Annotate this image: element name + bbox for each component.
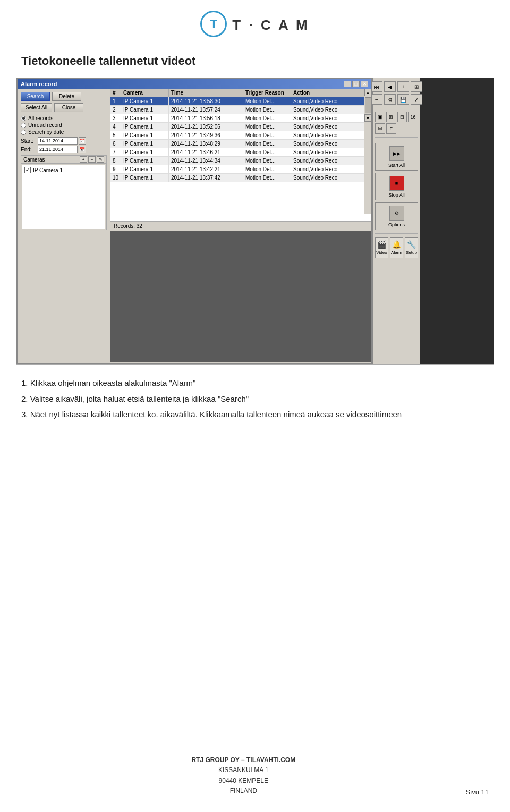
- cam-edit-button[interactable]: ✎: [97, 156, 104, 163]
- cam-minus-button[interactable]: −: [88, 156, 96, 163]
- setup-button[interactable]: 🔧 Setup: [405, 237, 418, 258]
- layout-m-button[interactable]: M: [375, 123, 385, 134]
- cell-action: Sound,Video Reco: [291, 97, 344, 105]
- prev-button[interactable]: ◀: [384, 81, 396, 92]
- cell-camera: IP Camera 1: [121, 123, 169, 131]
- start-date-row: Start: 📅: [21, 137, 107, 145]
- table-row[interactable]: 6 IP Camera 1 2014-11-21 13:48:29 Motion…: [110, 140, 364, 148]
- close-button[interactable]: ✕: [361, 81, 368, 87]
- layout-f-button[interactable]: F: [386, 123, 396, 134]
- title-bar-buttons: _ □ ✕: [344, 81, 368, 87]
- cameras-section: Cameras + − ✎ ✓ IP Camera 1: [21, 155, 107, 230]
- table-row[interactable]: 3 IP Camera 1 2014-11-21 13:56:18 Motion…: [110, 114, 364, 123]
- scroll-up-arrow[interactable]: ▲: [364, 89, 372, 96]
- logo-text: T · C A M: [232, 17, 309, 33]
- cell-action: Sound,Video Reco: [291, 106, 344, 114]
- camera-checkbox[interactable]: ✓: [24, 167, 31, 173]
- end-calendar-icon[interactable]: 📅: [79, 146, 86, 153]
- cell-num: 10: [110, 174, 121, 182]
- search-button[interactable]: Search: [21, 92, 50, 101]
- bottom-action-buttons: ▶▶ Start All ■ Stop All ⚙ Options: [375, 143, 418, 230]
- cell-trigger: Motion Det...: [243, 148, 291, 156]
- table-row[interactable]: 4 IP Camera 1 2014-11-21 13:52:06 Motion…: [110, 123, 364, 131]
- second-button-row: Select All Close: [21, 103, 107, 112]
- nav-controls: ⏮ ◀ + ⊞: [371, 81, 422, 92]
- start-all-button[interactable]: ▶▶ Start All: [375, 143, 418, 171]
- footer: RTJ GROUP OY – TILAVAHTI.COM KISSANKULMA…: [0, 755, 510, 796]
- cell-num: 6: [110, 140, 121, 148]
- stop-all-button[interactable]: ■ Stop All: [375, 173, 418, 200]
- scroll-thumb[interactable]: [365, 97, 371, 113]
- cell-action: Sound,Video Reco: [291, 148, 344, 156]
- table-row[interactable]: 7 IP Camera 1 2014-11-21 13:46:21 Motion…: [110, 148, 364, 157]
- radio-group: All records Unread record Search by date: [21, 115, 107, 135]
- start-date-input[interactable]: [38, 137, 78, 145]
- vertical-scrollbar[interactable]: ▲ ▼: [364, 89, 371, 214]
- cell-time: 2014-11-21 13:57:24: [169, 106, 243, 114]
- cell-action: Sound,Video Reco: [291, 174, 344, 182]
- footer-address2: 90440 KEMPELE: [191, 776, 295, 786]
- layout-1x1-button[interactable]: ▣: [375, 112, 385, 122]
- scroll-down-arrow[interactable]: ▼: [364, 114, 372, 122]
- close-window-button[interactable]: Close: [54, 103, 83, 112]
- preview-area: [110, 231, 371, 362]
- instructions: 1. Klikkaa ohjelman oikeasta alakulmasta…: [21, 376, 489, 421]
- right-controls: ⏮ ◀ + ⊞ − ⚙ 💾 ⤢ ▣ ⊞ ⊟ 16 M F ▶▶ Start Al…: [372, 78, 420, 364]
- end-date-input[interactable]: [38, 146, 78, 153]
- delete-button[interactable]: Delete: [52, 92, 81, 101]
- setup-label: Setup: [406, 250, 417, 255]
- stop-all-label: Stop All: [388, 192, 405, 198]
- radio-search-by-date[interactable]: Search by date: [21, 129, 107, 135]
- maximize-button[interactable]: □: [352, 81, 360, 87]
- top-button-row: Search Delete: [21, 92, 107, 101]
- cell-camera: IP Camera 1: [121, 148, 169, 156]
- save-button[interactable]: 💾: [397, 94, 409, 105]
- camera-name: IP Camera 1: [33, 167, 63, 173]
- table-row[interactable]: 8 IP Camera 1 2014-11-21 13:44:34 Motion…: [110, 157, 364, 165]
- cell-time: 2014-11-21 13:49:36: [169, 131, 243, 139]
- settings-button[interactable]: ⚙: [384, 94, 396, 105]
- select-all-button[interactable]: Select All: [21, 103, 52, 112]
- camera-item[interactable]: ✓ IP Camera 1: [24, 167, 103, 173]
- col-camera: Camera: [121, 89, 169, 97]
- cell-camera: IP Camera 1: [121, 106, 169, 114]
- stop-all-icon: ■: [389, 176, 404, 191]
- table-row[interactable]: 10 IP Camera 1 2014-11-21 13:37:42 Motio…: [110, 174, 364, 182]
- add-button[interactable]: +: [397, 81, 409, 92]
- layout-16-button[interactable]: 16: [408, 112, 418, 122]
- start-all-icon: ▶▶: [389, 146, 404, 161]
- cell-time: 2014-11-21 13:48:29: [169, 140, 243, 148]
- footer-company: RTJ GROUP OY – TILAVAHTI.COM: [191, 755, 295, 765]
- alarm-title-bar: Alarm record _ □ ✕: [18, 79, 371, 89]
- cell-trigger: Motion Det...: [243, 106, 291, 114]
- start-calendar-icon[interactable]: 📅: [79, 137, 86, 145]
- video-button[interactable]: 🎬 Video: [375, 237, 388, 258]
- radio-all-records-circle: [21, 116, 26, 121]
- logo-letter: T: [210, 17, 217, 31]
- skip-back-button[interactable]: ⏮: [371, 81, 382, 92]
- radio-search-by-date-circle: [21, 130, 26, 135]
- cell-camera: IP Camera 1: [121, 114, 169, 122]
- table-row[interactable]: 2 IP Camera 1 2014-11-21 13:57:24 Motion…: [110, 106, 364, 114]
- alarm-nav-button[interactable]: 🔔 Alarm: [390, 237, 403, 258]
- radio-unread-record[interactable]: Unread record: [21, 122, 107, 128]
- cam-plus-button[interactable]: +: [80, 156, 87, 163]
- table-row[interactable]: 1 IP Camera 1 2014-11-21 13:58:30 Motion…: [110, 97, 364, 106]
- end-label: End:: [21, 147, 37, 153]
- start-label: Start:: [21, 138, 37, 144]
- layout-2x2-button[interactable]: ⊞: [386, 112, 396, 122]
- fullscreen-button[interactable]: ⤢: [411, 94, 422, 105]
- alarm-label: Alarm: [391, 250, 402, 255]
- radio-all-records[interactable]: All records: [21, 115, 107, 121]
- table-row[interactable]: 9 IP Camera 1 2014-11-21 13:42:21 Motion…: [110, 165, 364, 174]
- table-row[interactable]: 5 IP Camera 1 2014-11-21 13:49:36 Motion…: [110, 131, 364, 140]
- cell-trigger: Motion Det...: [243, 140, 291, 148]
- options-button[interactable]: ⚙ Options: [375, 202, 418, 230]
- options-label: Options: [388, 222, 405, 227]
- split-button[interactable]: ⊞: [411, 81, 422, 92]
- minus-button[interactable]: −: [371, 94, 382, 105]
- layout-3x3-button[interactable]: ⊟: [397, 112, 407, 122]
- cell-time: 2014-11-21 13:42:21: [169, 165, 243, 173]
- cameras-title: Cameras + − ✎: [21, 156, 106, 164]
- minimize-button[interactable]: _: [344, 81, 351, 87]
